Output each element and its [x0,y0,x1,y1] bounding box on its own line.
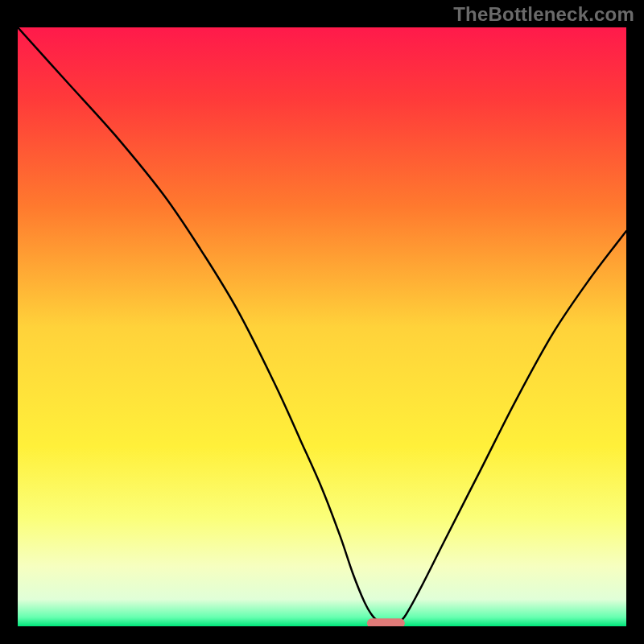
watermark-text: TheBottleneck.com [453,3,634,26]
optimal-marker [367,618,405,626]
chart-gradient-bg [18,27,626,626]
chart-frame: TheBottleneck.com [0,0,644,644]
chart-plot-area [18,27,626,626]
chart-svg [18,27,626,626]
